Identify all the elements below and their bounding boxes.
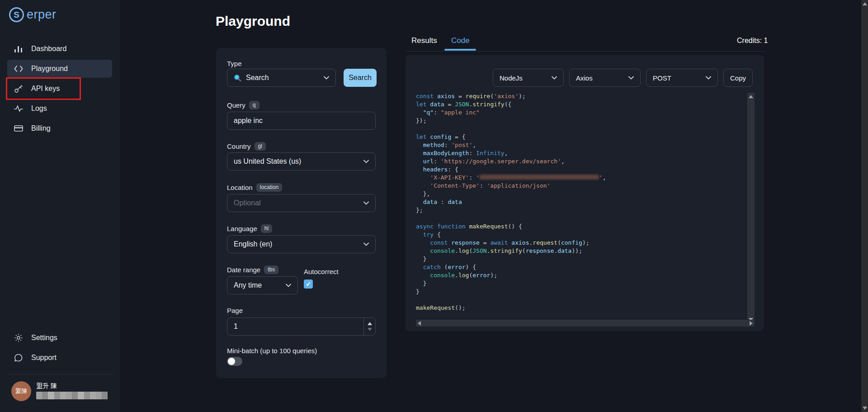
active-tab-underline xyxy=(444,49,476,51)
page-number-input[interactable]: 1 xyxy=(227,317,376,336)
avatar: 盟陳 xyxy=(11,381,31,401)
code-panel: NodeJs Axios POST Copy const axios = req… xyxy=(406,55,764,331)
credit-card-icon xyxy=(14,123,24,133)
redacted-user-email xyxy=(36,392,108,399)
country-label: Countrygl xyxy=(227,142,266,151)
tab-strip-border xyxy=(406,51,765,52)
search-button[interactable]: Search xyxy=(344,69,377,87)
page-title: Playground xyxy=(216,14,290,29)
copy-button[interactable]: Copy xyxy=(723,69,753,87)
stepper-up-icon[interactable] xyxy=(368,322,372,325)
code-line: let data = JSON.stringify({ xyxy=(416,100,606,109)
serper-playground-app: { "sidebar": { "logo": { "letter": "S", … xyxy=(0,0,868,412)
code-line: } xyxy=(416,255,606,263)
date-range-label: Date rangetbs xyxy=(227,265,278,274)
code-line: "q": "apple inc" xyxy=(416,109,606,117)
user-name: 盟升 陳 xyxy=(36,382,57,390)
code-brackets-icon xyxy=(14,64,24,74)
autocorrect-checkbox[interactable]: ✓ xyxy=(304,279,313,289)
tab-code[interactable]: Code xyxy=(451,36,470,45)
scroll-right-icon[interactable] xyxy=(750,321,753,326)
query-label: Queryq xyxy=(227,101,259,109)
magnifier-icon xyxy=(234,74,241,82)
annotation-box-api-keys xyxy=(6,77,81,100)
code-line: headers: { xyxy=(416,166,606,174)
query-input[interactable] xyxy=(227,112,376,130)
language-select[interactable]: English (en) xyxy=(227,235,376,253)
language-param-badge: hl xyxy=(261,224,272,233)
sidebar-item-billing[interactable]: Billing xyxy=(7,119,112,137)
page-scroll-down-icon[interactable] xyxy=(863,407,867,410)
autocorrect-label: Autocorrect xyxy=(304,268,339,275)
sidebar-item-label: Playground xyxy=(31,65,68,73)
chevron-down-icon xyxy=(324,76,329,80)
scroll-left-icon[interactable] xyxy=(418,321,421,326)
type-label: Type xyxy=(227,60,242,67)
serper-logo[interactable]: S erper xyxy=(9,7,57,22)
code-line: 'Content-Type': 'application/json' xyxy=(416,182,606,190)
code-line: console.log(error); xyxy=(416,271,606,279)
sidebar-item-label: Billing xyxy=(31,124,51,133)
code-line: try { xyxy=(416,231,606,239)
page-scroll-up-icon[interactable] xyxy=(863,2,867,5)
check-icon: ✓ xyxy=(306,280,311,288)
toggle-knob xyxy=(228,358,235,365)
code-editor: const axios = require('axios');let data … xyxy=(416,92,606,312)
sidebar: S erper Dashboard Playground API keys Lo… xyxy=(0,0,120,412)
stepper-down-icon[interactable] xyxy=(368,328,372,331)
mini-batch-label: Mini-batch (up to 100 queries) xyxy=(227,347,317,355)
chevron-down-icon xyxy=(363,160,369,163)
location-label: Locationlocation xyxy=(227,183,282,192)
type-select[interactable]: Search xyxy=(227,69,336,87)
page-scrollbar[interactable] xyxy=(861,0,868,412)
code-line xyxy=(416,214,606,223)
scroll-up-icon[interactable] xyxy=(749,95,753,98)
date-range-param-badge: tbs xyxy=(264,265,278,274)
code-horizontal-scrollbar[interactable] xyxy=(416,320,755,327)
code-vertical-scrollbar[interactable] xyxy=(747,93,755,323)
code-line: }, xyxy=(416,190,606,198)
tab-results[interactable]: Results xyxy=(411,36,437,45)
sidebar-item-support[interactable]: Support xyxy=(7,349,112,367)
mini-batch-toggle[interactable] xyxy=(227,357,242,366)
chevron-down-icon xyxy=(628,76,634,80)
country-select[interactable]: us United States (us) xyxy=(227,152,376,170)
location-select[interactable]: Optional xyxy=(227,194,376,212)
date-range-select[interactable]: Any time xyxy=(227,276,298,294)
code-line: }); xyxy=(416,117,606,125)
code-line: makeRequest(); xyxy=(416,304,606,312)
code-line: let config = { xyxy=(416,133,606,141)
serper-logo-icon: S xyxy=(9,7,24,22)
chevron-down-icon xyxy=(552,76,557,80)
code-line: url: 'https://google.serper.dev/search', xyxy=(416,157,606,166)
chevron-down-icon xyxy=(363,242,369,246)
country-param-badge: gl xyxy=(255,142,266,151)
chevron-down-icon xyxy=(706,76,711,80)
sidebar-item-playground[interactable]: Playground xyxy=(7,60,112,78)
sidebar-item-label: Support xyxy=(31,354,57,362)
code-line: data : data xyxy=(416,198,606,206)
activity-icon xyxy=(14,104,24,114)
sidebar-item-settings[interactable]: Settings xyxy=(7,329,112,347)
code-line: catch (error) { xyxy=(416,263,606,271)
search-form-card: Type Search Search Queryq Countrygl us U… xyxy=(216,48,387,378)
language-label: Languagehl xyxy=(227,224,272,233)
sidebar-item-dashboard[interactable]: Dashboard xyxy=(7,40,112,58)
sidebar-item-logs[interactable]: Logs xyxy=(7,99,112,118)
code-line: } xyxy=(416,288,606,296)
serper-logo-text: erper xyxy=(27,8,57,22)
runtime-select[interactable]: NodeJs xyxy=(493,69,564,87)
code-toolbar: NodeJs Axios POST Copy xyxy=(493,69,753,87)
http-method-select[interactable]: POST xyxy=(646,69,718,87)
page-label: Page xyxy=(227,307,243,314)
code-line: }; xyxy=(416,206,606,214)
query-param-badge: q xyxy=(249,101,259,109)
chevron-down-icon xyxy=(363,201,369,205)
credits-counter: Credits: 1 xyxy=(737,37,768,45)
chat-bubble-icon xyxy=(14,353,24,363)
library-select[interactable]: Axios xyxy=(569,69,641,87)
code-line: method: 'post', xyxy=(416,141,606,149)
location-param-badge: location xyxy=(256,183,282,192)
bar-chart-icon xyxy=(14,44,24,54)
code-line: const axios = require('axios'); xyxy=(416,92,606,100)
